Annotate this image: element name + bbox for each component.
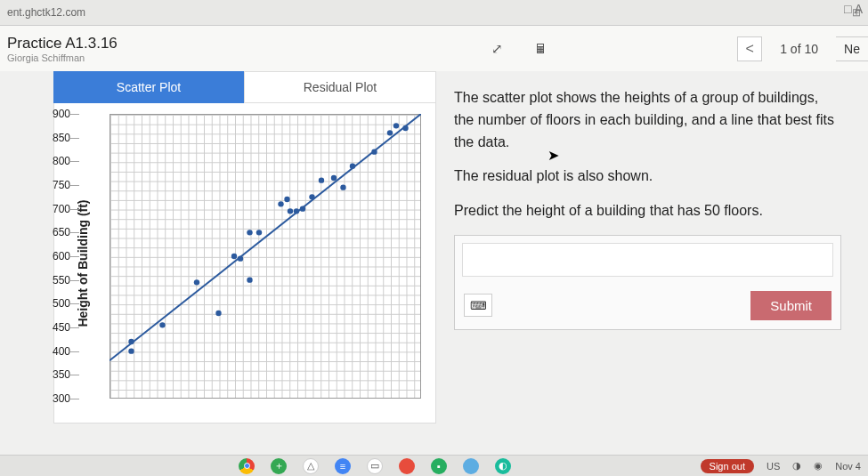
svg-point-24 — [402, 125, 408, 131]
svg-point-22 — [387, 130, 393, 135]
app-icon-8[interactable]: ◐ — [495, 458, 511, 474]
question-counter: 1 of 10 — [780, 42, 818, 56]
browser-url: ent.ghctk12.com — [7, 6, 845, 19]
svg-point-11 — [278, 201, 283, 206]
svg-point-1 — [128, 339, 134, 344]
status-icon-2[interactable]: ◉ — [814, 460, 823, 472]
svg-point-3 — [159, 322, 165, 327]
svg-point-20 — [350, 163, 355, 168]
language-indicator[interactable]: US — [767, 461, 780, 472]
svg-point-16 — [309, 194, 314, 199]
svg-point-8 — [247, 230, 252, 235]
svg-point-6 — [231, 254, 237, 259]
chrome-icon[interactable] — [239, 458, 255, 474]
problem-paragraph-2: The residual plot is also shown. — [454, 165, 841, 188]
calculator-icon[interactable]: 🖩 — [534, 41, 548, 57]
svg-point-17 — [319, 177, 324, 182]
status-icon-1[interactable]: ◑ — [792, 460, 801, 472]
taskbar: ＋ △ ≡ ▭ ▪ ◐ Sign out US ◑ ◉ Nov 4 — [0, 455, 868, 476]
keyboard-button[interactable]: ⌨ — [464, 294, 492, 317]
tab-scatter-plot[interactable]: Scatter Plot — [53, 71, 244, 103]
answer-panel: ⌨ Submit — [454, 235, 841, 330]
svg-point-18 — [331, 175, 337, 181]
svg-point-13 — [288, 208, 293, 214]
svg-point-2 — [128, 348, 134, 353]
app-icon-2[interactable]: △ — [303, 458, 319, 474]
folder-icon[interactable]: □ A — [844, 2, 863, 16]
svg-point-7 — [238, 255, 243, 261]
svg-point-15 — [300, 206, 305, 211]
page-title: Practice A1.3.16 — [7, 35, 118, 52]
svg-point-9 — [247, 277, 252, 282]
answer-input[interactable] — [462, 243, 833, 277]
plot-tabs: Scatter Plot Residual Plot — [53, 71, 436, 103]
svg-point-14 — [294, 208, 299, 214]
submit-button[interactable]: Submit — [750, 291, 831, 320]
problem-paragraph-3: Predict the height of a building that ha… — [454, 200, 841, 222]
signout-button[interactable]: Sign out — [701, 459, 754, 473]
student-name: Giorgia Schiffman — [7, 52, 118, 63]
date-label: Nov 4 — [835, 461, 861, 472]
svg-point-19 — [340, 184, 345, 190]
svg-point-5 — [215, 311, 221, 316]
app-icon-6[interactable]: ▪ — [431, 458, 447, 474]
prev-button[interactable]: < — [737, 36, 762, 61]
app-icon-5[interactable] — [399, 458, 415, 474]
app-icon-4[interactable]: ▭ — [367, 458, 383, 474]
svg-point-21 — [371, 149, 377, 154]
page-header: Practice A1.3.16 Giorgia Schiffman ⤢ 🖩 <… — [0, 25, 868, 71]
chart-area: Height of Building (ft) 3003504004505005… — [53, 103, 436, 424]
svg-point-23 — [393, 123, 399, 128]
tab-residual-plot[interactable]: Residual Plot — [244, 71, 436, 103]
app-icon-1[interactable]: ＋ — [271, 458, 287, 474]
scatter-plot — [110, 114, 421, 399]
expand-icon[interactable]: ⤢ — [491, 41, 503, 57]
svg-point-12 — [284, 197, 289, 202]
next-button[interactable]: Ne — [836, 36, 868, 61]
svg-point-10 — [256, 230, 262, 235]
svg-point-4 — [194, 279, 199, 285]
problem-paragraph-1: The scatter plot shows the heights of a … — [454, 87, 841, 153]
app-icon-7[interactable] — [463, 458, 479, 474]
app-icon-3[interactable]: ≡ — [335, 458, 351, 474]
